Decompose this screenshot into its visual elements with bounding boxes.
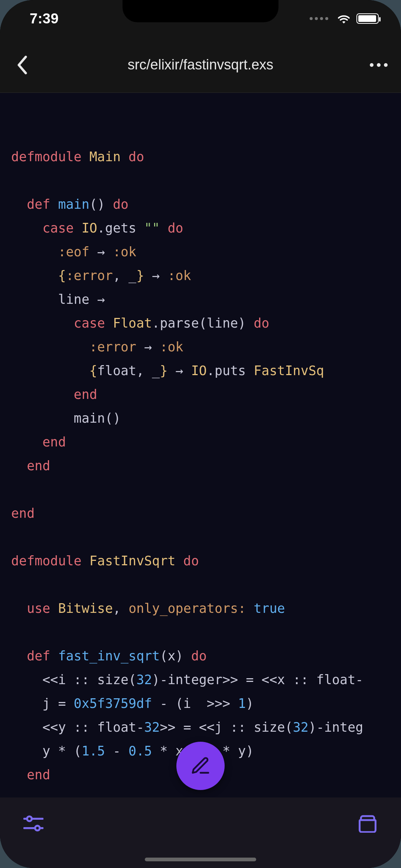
svg-point-2 [384,63,388,67]
wifi-icon [336,13,351,24]
back-button[interactable] [11,54,33,76]
code-content: defmodule Main do def main() do case IO.… [11,145,390,797]
svg-point-0 [370,63,374,67]
svg-point-1 [377,63,381,67]
edit-fab-button[interactable] [176,742,225,790]
notch [123,0,278,22]
edit-icon [190,755,211,776]
sliders-icon [23,815,43,832]
home-indicator[interactable] [145,858,256,861]
file-path-title: src/elixir/fastinvsqrt.exs [33,57,368,73]
status-time: 7:39 [30,11,59,27]
svg-point-6 [35,826,40,830]
settings-sliders-button[interactable] [22,812,45,835]
phone-frame: 7:39 src/elixir/fastinvsqrt.exs [0,0,401,868]
status-right [310,13,379,24]
battery-icon [356,13,379,24]
nav-bar: src/elixir/fastinvsqrt.exs [0,37,401,93]
more-button[interactable] [368,54,390,76]
svg-point-4 [27,816,32,821]
archive-button[interactable] [356,812,379,835]
code-editor[interactable]: defmodule Main do def main() do case IO.… [0,93,401,797]
archive-box-icon [358,814,378,833]
cellular-dots-icon [310,17,328,20]
